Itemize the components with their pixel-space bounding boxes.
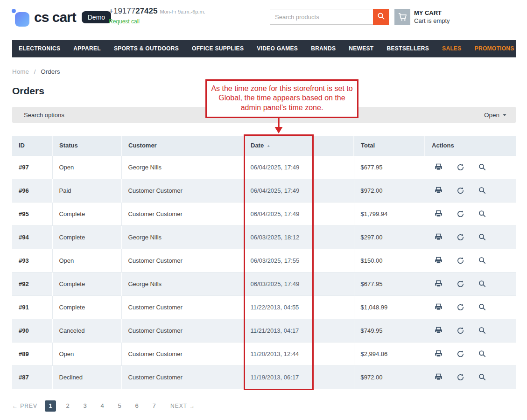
cell-spacer [314,179,354,202]
cell-total: $150.00 [354,249,425,272]
cell-actions [425,365,516,389]
order-row-94[interactable]: #94CompleteGeorge Nills06/03/2025, 18:12… [12,225,516,249]
zoom-icon[interactable] [478,373,486,381]
zoom-icon[interactable] [478,327,486,334]
order-row-89[interactable]: #89OpenCustomer Customer11/20/2013, 12:4… [12,342,516,365]
pagination-page-1[interactable]: 1 [45,400,56,412]
zoom-icon[interactable] [478,257,486,264]
refresh-icon[interactable] [457,257,464,265]
print-icon[interactable] [435,373,443,381]
cell-id: #94 [12,225,52,249]
pagination-page-6[interactable]: 6 [131,400,142,412]
breadcrumb-home[interactable]: Home [12,68,29,75]
print-icon[interactable] [435,210,443,217]
cell-spacer [314,225,354,249]
order-row-90[interactable]: #90CanceledCustomer Customer11/21/2013, … [12,319,516,342]
cell-date: 11/22/2013, 04:55 [244,295,314,319]
pagination-page-2[interactable]: 2 [62,400,73,412]
pagination-next[interactable]: NEXT → [170,403,195,409]
print-icon[interactable] [435,187,443,194]
nav-item-sales[interactable]: SALES [436,40,468,57]
order-row-93[interactable]: #93OpenCustomer Customer06/03/2025, 17:5… [12,249,516,272]
cart-icon[interactable] [394,9,410,25]
nav-item-promotions[interactable]: PROMOTIONS [468,40,521,57]
nav-item-office-supplies[interactable]: OFFICE SUPPLIES [185,40,250,57]
cell-status: Complete [52,272,121,295]
zoom-icon[interactable] [478,280,486,287]
pagination-page-5[interactable]: 5 [114,400,125,412]
request-call-link[interactable]: Request call [109,18,140,25]
refresh-icon[interactable] [457,327,464,335]
zoom-icon[interactable] [478,187,486,194]
zoom-icon[interactable] [478,163,486,171]
cell-date: 06/03/2025, 17:55 [244,249,314,272]
cart-status: Cart is empty [414,17,450,25]
nav-item-electronics[interactable]: ELECTRONICS [12,40,67,57]
store-logo[interactable]: cs cart Demo [12,6,111,28]
refresh-icon[interactable] [457,350,464,358]
cell-spacer [314,342,354,365]
cell-date: 11/19/2013, 06:17 [244,365,314,389]
pagination-page-4[interactable]: 4 [97,400,108,412]
cell-spacer [314,202,354,225]
nav-item-bestsellers[interactable]: BESTSELLERS [380,40,436,57]
order-row-87[interactable]: #87DeclinedCustomer Customer11/19/2013, … [12,365,516,389]
refresh-icon[interactable] [457,210,464,218]
cell-date: 06/04/2025, 17:49 [244,202,314,225]
zoom-icon[interactable] [478,233,486,241]
zoom-icon[interactable] [478,210,486,217]
refresh-icon[interactable] [457,303,464,311]
print-icon[interactable] [435,233,443,241]
nav-item-brands[interactable]: BRANDS [304,40,342,57]
top-header: cs cart Demo +1917727425Mon-Fr 9a.m.-6p.… [0,0,527,40]
refresh-icon[interactable] [457,233,464,241]
print-icon[interactable] [435,350,443,357]
cell-customer: Customer Customer [121,202,244,225]
column-header-total[interactable]: Total [354,136,425,155]
phone-hours: Mon-Fr 9a.m.-6p.m. [160,9,205,14]
column-header-date[interactable]: Date▲ [244,136,314,155]
column-header-customer[interactable]: Customer [121,136,244,155]
cell-actions [425,225,516,249]
orders-table-body: #97OpenGeorge Nills06/04/2025, 17:49$677… [12,155,516,389]
cell-status: Open [52,249,121,272]
nav-item-newest[interactable]: NEWEST [342,40,380,57]
print-icon[interactable] [435,303,443,311]
cell-status: Canceled [52,319,121,342]
print-icon[interactable] [435,280,443,287]
refresh-icon[interactable] [457,187,464,195]
mini-cart[interactable]: MY CART Cart is empty [394,9,450,25]
pagination-page-3[interactable]: 3 [79,400,91,412]
print-icon[interactable] [435,327,443,334]
cell-spacer [314,319,354,342]
zoom-icon[interactable] [478,350,486,357]
refresh-icon[interactable] [457,280,464,288]
print-icon[interactable] [435,257,443,264]
order-row-96[interactable]: #96PaidCustomer Customer06/04/2025, 17:4… [12,179,516,202]
order-row-92[interactable]: #92CompleteGeorge Nills06/03/2025, 17:49… [12,272,516,295]
pagination-prev[interactable]: ← PREV [12,403,37,409]
nav-item-sports-outdoors[interactable]: SPORTS & OUTDOORS [107,40,185,57]
pagination-page-7[interactable]: 7 [148,400,160,412]
order-row-97[interactable]: #97OpenGeorge Nills06/04/2025, 17:49$677… [12,155,516,179]
search-options-label[interactable]: Search options [24,112,64,119]
search-button[interactable] [373,9,389,25]
column-header-id[interactable]: ID [12,136,52,155]
cell-date: 11/21/2013, 04:17 [244,319,314,342]
status-filter-dropdown[interactable]: Open [484,112,506,119]
order-row-95[interactable]: #95CompleteCustomer Customer06/04/2025, … [12,202,516,225]
refresh-icon[interactable] [457,163,464,171]
cell-date: 06/04/2025, 17:49 [244,155,314,179]
pagination: ← PREV 1234567 NEXT → [12,400,527,412]
column-header-status[interactable]: Status [52,136,121,155]
cell-id: #95 [12,202,52,225]
print-icon[interactable] [435,163,443,171]
order-row-91[interactable]: #91CompleteCustomer Customer11/22/2013, … [12,295,516,319]
search-input[interactable] [270,9,373,25]
nav-item-video-games[interactable]: VIDEO GAMES [250,40,304,57]
storefront-orders-page: cs cart Demo +1917727425Mon-Fr 9a.m.-6p.… [0,0,527,420]
refresh-icon[interactable] [457,373,464,381]
cell-spacer [314,365,354,389]
zoom-icon[interactable] [478,303,486,311]
nav-item-apparel[interactable]: APPAREL [67,40,107,57]
